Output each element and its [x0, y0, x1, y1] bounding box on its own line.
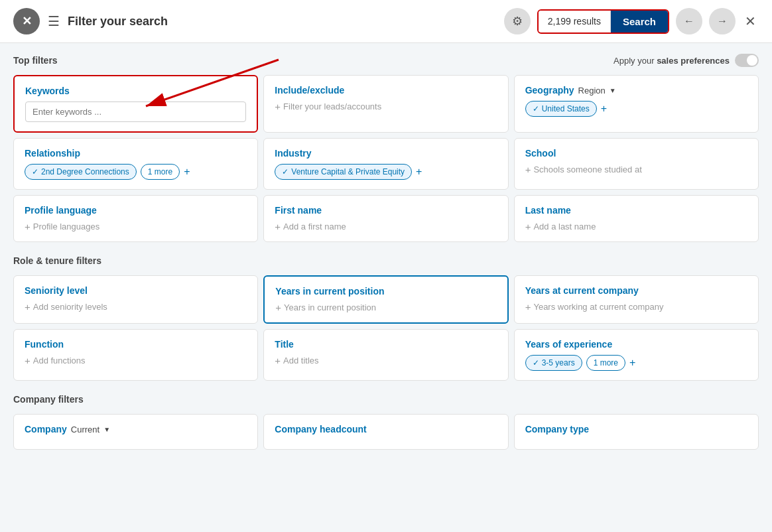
industry-add-icon[interactable]: + [416, 166, 422, 178]
include-exclude-card: Include/exclude + Filter your leads/acco… [263, 75, 508, 133]
years-experience-chip-3-5[interactable]: ✓ 3-5 years [525, 355, 582, 371]
company-type-card: Company type [514, 414, 759, 450]
check-icon: ✓ [533, 358, 539, 367]
years-current-company-label: Years at current company [525, 285, 747, 296]
geography-dropdown-icon[interactable]: ▼ [610, 87, 616, 94]
geography-label: Geography Region ▼ [525, 85, 747, 96]
title-card: Title + Add titles [263, 329, 508, 381]
first-name-card: First name + Add a first name [263, 195, 508, 242]
geography-chip-us[interactable]: ✓ United States [525, 101, 597, 117]
years-experience-more-button[interactable]: 1 more [586, 355, 625, 371]
industry-chip-vc[interactable]: ✓ Venture Capital & Private Equity [275, 164, 412, 180]
years-experience-label: Years of experience [525, 339, 747, 350]
years-current-company-card: Years at current company + Years working… [514, 275, 759, 324]
profile-language-add[interactable]: + Profile languages [25, 221, 247, 232]
company-sub-label: Current [71, 425, 99, 434]
top-section-header: Top filters Apply your sales preferences [13, 54, 759, 67]
relationship-card: Relationship ✓ 2nd Degree Connections 1 … [13, 138, 258, 190]
relationship-chip-2nd[interactable]: ✓ 2nd Degree Connections [25, 164, 137, 180]
years-current-position-card: Years in current position + Years in cur… [263, 275, 508, 324]
years-current-position-plus-icon: + [275, 302, 281, 313]
check-icon: ✓ [282, 167, 289, 176]
dismiss-button[interactable]: ✕ [742, 13, 759, 29]
keywords-label: Keywords [25, 86, 246, 96]
title-add[interactable]: + Add titles [275, 355, 497, 366]
header-right: ⚙ 2,199 results Search ← → ✕ [504, 8, 759, 34]
company-dropdown-icon[interactable]: ▼ [103, 426, 110, 433]
keywords-input[interactable] [25, 101, 246, 122]
years-experience-add-icon[interactable]: + [629, 357, 635, 369]
prev-button[interactable]: ← [676, 8, 702, 34]
geography-chips: ✓ United States + [525, 101, 747, 117]
profile-language-label: Profile language [25, 205, 247, 216]
top-filters-title: Top filters [13, 55, 58, 66]
role-tenure-title: Role & tenure filters [13, 255, 759, 266]
relationship-more-button[interactable]: 1 more [141, 164, 180, 180]
results-area: 2,199 results Search [537, 9, 669, 34]
seniority-label: Seniority level [25, 285, 247, 296]
relationship-chips: ✓ 2nd Degree Connections 1 more + [25, 164, 247, 180]
seniority-add[interactable]: + Add seniority levels [25, 301, 247, 312]
years-current-company-add[interactable]: + Years working at current company [525, 301, 747, 312]
company-filters-title: Company filters [13, 394, 759, 405]
include-exclude-label: Include/exclude [275, 85, 497, 96]
results-count: 2,199 results [539, 11, 611, 32]
sales-pref-toggle[interactable] [735, 54, 759, 67]
years-experience-card: Years of experience ✓ 3-5 years 1 more + [514, 329, 759, 381]
content: Top filters Apply your sales preferences… [0, 43, 772, 474]
search-button[interactable]: Search [611, 11, 668, 33]
last-name-label: Last name [525, 205, 747, 216]
check-icon: ✓ [533, 104, 539, 113]
company-label: Company Current ▼ [25, 424, 247, 434]
function-label: Function [25, 339, 247, 350]
years-current-position-add[interactable]: + Years in current position [275, 302, 496, 313]
next-button[interactable]: → [709, 8, 736, 34]
industry-card: Industry ✓ Venture Capital & Private Equ… [263, 138, 508, 190]
years-current-position-label: Years in current position [275, 286, 496, 297]
profile-language-plus-icon: + [25, 221, 31, 232]
sales-pref-area: Apply your sales preferences [613, 54, 759, 67]
industry-chips: ✓ Venture Capital & Private Equity + [275, 164, 497, 180]
first-name-label: First name [275, 205, 497, 216]
role-tenure-grid: Seniority level + Add seniority levels Y… [13, 275, 759, 381]
school-card: School + Schools someone studied at [514, 138, 759, 190]
top-filters-grid: Keywords Include/exclude + Filter your l… [13, 75, 759, 242]
company-headcount-card: Company headcount [263, 414, 508, 450]
check-icon: ✓ [32, 167, 38, 176]
keywords-card: Keywords [13, 75, 258, 133]
geography-card: Geography Region ▼ ✓ United States + [514, 75, 759, 133]
profile-language-card: Profile language + Profile languages [13, 195, 258, 242]
function-add[interactable]: + Add functions [25, 355, 247, 366]
header: ✕ ☰ Filter your search ⚙ 2,199 results S… [0, 0, 772, 43]
seniority-plus-icon: + [25, 301, 31, 312]
first-name-plus-icon: + [275, 221, 281, 232]
filter-icon: ☰ [48, 13, 60, 29]
include-exclude-add[interactable]: + Filter your leads/accounts [275, 101, 497, 112]
close-button[interactable]: ✕ [13, 8, 40, 34]
years-current-company-plus-icon: + [525, 301, 531, 312]
function-plus-icon: + [25, 355, 31, 366]
function-card: Function + Add functions [13, 329, 258, 381]
school-add[interactable]: + Schools someone studied at [525, 164, 747, 175]
title-plus-icon: + [275, 355, 281, 366]
company-card: Company Current ▼ [13, 414, 258, 450]
seniority-card: Seniority level + Add seniority levels [13, 275, 258, 324]
geography-region-label: Region [578, 86, 606, 96]
geography-add-icon[interactable]: + [601, 103, 607, 115]
relationship-add-icon[interactable]: + [184, 166, 190, 178]
header-left: ✕ ☰ Filter your search [13, 8, 168, 34]
years-experience-chips: ✓ 3-5 years 1 more + [525, 355, 747, 371]
last-name-add[interactable]: + Add a last name [525, 221, 747, 232]
title-label: Title [275, 339, 497, 350]
company-type-label: Company type [525, 424, 747, 434]
settings-button[interactable]: ⚙ [504, 8, 531, 34]
header-title: Filter your search [68, 15, 168, 29]
last-name-card: Last name + Add a last name [514, 195, 759, 242]
school-plus-icon: + [525, 164, 531, 175]
relationship-label: Relationship [25, 148, 247, 159]
include-exclude-plus-icon: + [275, 101, 281, 112]
school-label: School [525, 148, 747, 159]
company-headcount-label: Company headcount [275, 424, 497, 434]
company-filters-grid: Company Current ▼ Company headcount Comp… [13, 414, 759, 450]
first-name-add[interactable]: + Add a first name [275, 221, 497, 232]
